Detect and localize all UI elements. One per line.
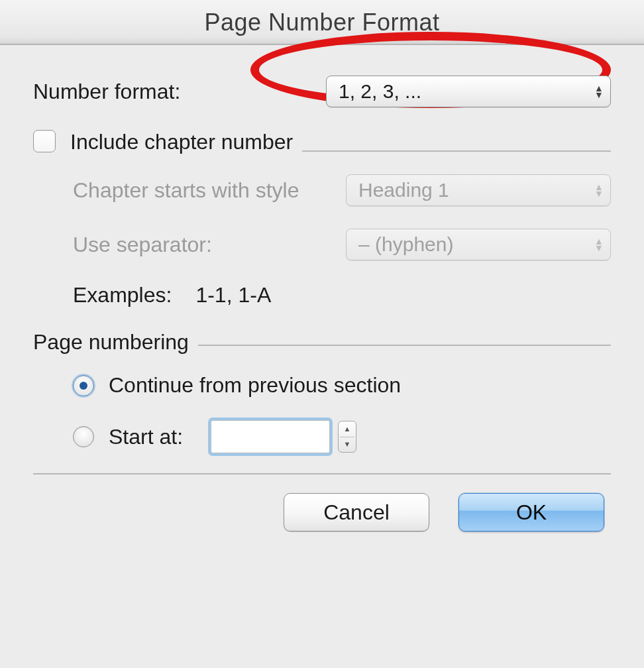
include-chapter-label: Include chapter number bbox=[70, 130, 293, 154]
examples-value: 1-1, 1-A bbox=[195, 283, 271, 307]
start-at-label: Start at: bbox=[109, 425, 183, 449]
include-chapter-checkbox[interactable] bbox=[33, 130, 56, 152]
chevron-updown-icon bbox=[593, 85, 605, 98]
chapter-style-dropdown: Heading 1 bbox=[346, 174, 611, 206]
use-separator-label: Use separator: bbox=[73, 233, 212, 257]
number-format-dropdown[interactable]: 1, 2, 3, ... bbox=[326, 76, 611, 107]
continue-radio[interactable] bbox=[73, 375, 94, 396]
chapter-style-label: Chapter starts with style bbox=[73, 178, 299, 203]
number-format-value: 1, 2, 3, ... bbox=[339, 80, 421, 103]
divider bbox=[302, 150, 611, 152]
start-at-stepper[interactable] bbox=[338, 421, 356, 453]
start-at-radio[interactable] bbox=[73, 426, 94, 447]
use-separator-value: – (hyphen) bbox=[358, 233, 453, 256]
page-numbering-header: Page numbering bbox=[33, 330, 189, 355]
cancel-button[interactable]: Cancel bbox=[284, 493, 429, 531]
chevron-updown-icon bbox=[593, 238, 605, 251]
number-format-label: Number format: bbox=[33, 80, 180, 104]
divider bbox=[198, 345, 611, 346]
chapter-style-value: Heading 1 bbox=[358, 179, 449, 201]
continue-label: Continue from previous section bbox=[109, 373, 401, 398]
chevron-updown-icon bbox=[593, 184, 605, 197]
start-at-input[interactable] bbox=[211, 420, 330, 453]
use-separator-dropdown: – (hyphen) bbox=[346, 229, 611, 260]
ok-button[interactable]: OK bbox=[458, 493, 604, 531]
dialog-title: Page Number Format bbox=[0, 0, 644, 45]
examples-label: Examples: bbox=[73, 283, 172, 307]
divider bbox=[33, 473, 611, 474]
